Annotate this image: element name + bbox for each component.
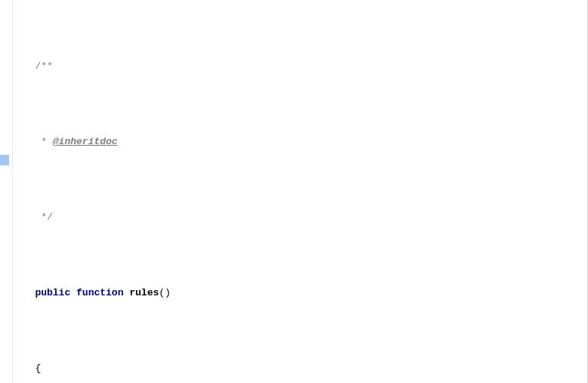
code-editor[interactable]: /** * @inheritdoc */ public function rul… [0, 0, 588, 383]
doc-comment: */ [35, 212, 52, 223]
brace: { [35, 363, 41, 374]
keyword-function: function [76, 287, 123, 298]
doc-tag: @inheritdoc [53, 136, 118, 147]
gutter-marker [0, 155, 9, 165]
function-name: rules [129, 287, 159, 298]
code-line: public function rules() [17, 283, 489, 302]
code-line: /** [17, 57, 489, 76]
code-area[interactable]: /** * @inheritdoc */ public function rul… [13, 0, 489, 383]
keyword-public: public [35, 287, 70, 298]
paren: () [159, 287, 171, 298]
doc-comment: /** [35, 60, 52, 72]
code-line: * @inheritdoc [17, 132, 489, 151]
code-line: */ [17, 208, 489, 227]
doc-comment: * [35, 136, 52, 147]
code-line: { [17, 359, 489, 378]
gutter [0, 0, 13, 383]
